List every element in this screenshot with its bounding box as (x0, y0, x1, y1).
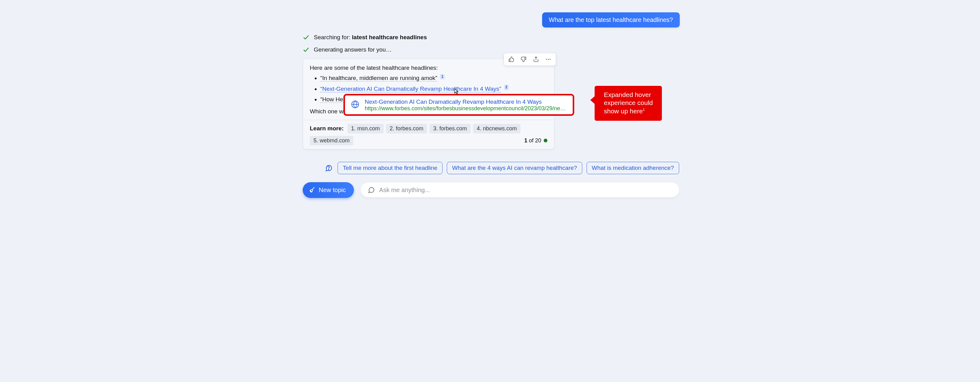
broom-icon (309, 187, 316, 193)
page-current: 1 (524, 137, 527, 144)
svg-point-3 (550, 59, 550, 60)
learn-more-label: Learn more: (310, 125, 344, 132)
headline-item: “In healthcare, middlemen are running am… (320, 74, 547, 82)
page-total: 20 (535, 137, 541, 144)
ask-box[interactable] (361, 182, 679, 197)
svg-point-5 (328, 169, 329, 170)
source-chip[interactable]: 4. nbcnews.com (473, 124, 520, 133)
thumbs-up-button[interactable] (506, 54, 517, 64)
page-indicator: 1 of 20 (524, 137, 547, 144)
learn-more-bar: Learn more: 1. msn.com 2. forbes.com 3. … (303, 120, 554, 149)
user-message-text: What are the top latest healthcare headl… (549, 16, 673, 23)
status-dot-icon (544, 139, 547, 142)
ask-input[interactable] (379, 187, 672, 193)
status-generating: Generating answers for you… (303, 46, 729, 53)
svg-point-1 (546, 59, 547, 60)
check-icon (303, 34, 310, 41)
globe-icon (350, 99, 360, 110)
suggestion-button[interactable]: Tell me more about the first headline (337, 162, 442, 174)
headline-link[interactable]: “Next-Generation AI Can Dramatically Rev… (320, 86, 501, 92)
annotation-text: Expanded hover experience could show up … (604, 91, 653, 115)
input-row: New topic (303, 182, 679, 198)
status-block: Searching for: latest healthcare headlin… (303, 34, 729, 53)
source-chip[interactable]: 1. msn.com (347, 124, 383, 133)
status-generating-text: Generating answers for you… (314, 46, 391, 53)
new-topic-button[interactable]: New topic (303, 182, 354, 198)
feedback-bar (504, 53, 556, 66)
source-chip[interactable]: 2. forbes.com (386, 124, 427, 133)
annotation-sup: 1 (643, 107, 645, 112)
citation-badge[interactable]: 1 (440, 74, 445, 79)
check-icon (303, 46, 310, 53)
share-button[interactable] (530, 54, 541, 64)
status-searching: Searching for: latest healthcare headlin… (303, 34, 729, 41)
more-button[interactable] (543, 54, 554, 64)
popover-url: https://www.forbes.com/sites/forbesbusin… (365, 105, 568, 112)
annotation-callout: Expanded hover experience could show up … (595, 86, 662, 121)
suggestion-button[interactable]: What are the 4 ways AI can revamp health… (447, 162, 582, 174)
suggestions-row: Tell me more about the first headline Wh… (303, 162, 679, 174)
source-chip[interactable]: 5. webmd.com (310, 136, 353, 145)
headline-item: “Next-Generation AI Can Dramatically Rev… (320, 85, 547, 93)
chat-icon (368, 186, 375, 193)
thumbs-down-button[interactable] (518, 54, 529, 64)
new-topic-label: New topic (319, 187, 346, 193)
status-searching-prefix: Searching for: (314, 34, 352, 40)
help-icon[interactable] (324, 163, 333, 173)
status-searching-text: Searching for: latest healthcare headlin… (314, 34, 427, 41)
user-message-bubble: What are the top latest healthcare headl… (542, 12, 680, 27)
svg-point-2 (548, 59, 549, 60)
page-of: of (529, 137, 533, 144)
popover-title: Next-Generation AI Can Dramatically Reva… (365, 99, 568, 105)
status-searching-query: latest healthcare headlines (352, 34, 427, 40)
suggestion-button[interactable]: What is medication adherence? (587, 162, 679, 174)
headline-text: “In healthcare, middlemen are running am… (320, 75, 437, 82)
link-hover-popover[interactable]: Next-Generation AI Can Dramatically Reva… (344, 94, 574, 116)
source-chip[interactable]: 3. forbes.com (430, 124, 471, 133)
citation-badge[interactable]: 2 (504, 85, 509, 90)
